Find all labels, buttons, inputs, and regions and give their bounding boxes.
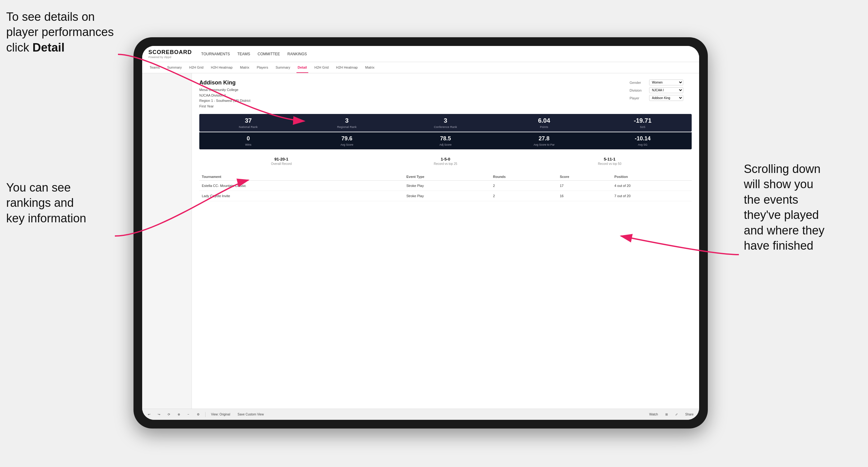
redo-btn[interactable]: ↪ (156, 412, 162, 417)
tab-teams[interactable]: Teams (148, 62, 161, 73)
row2-score: 16 (557, 191, 612, 201)
stat-points: 6.04 Points (495, 114, 593, 132)
tab-h2h-heatmap-2[interactable]: H2H Heatmap (335, 62, 359, 73)
tab-h2h-grid-1[interactable]: H2H Grid (188, 62, 205, 73)
minus-btn[interactable]: − (186, 412, 191, 417)
tab-h2h-grid-2[interactable]: H2H Grid (313, 62, 330, 73)
row1-score: 17 (557, 181, 612, 191)
stat-avg-score-value: 79.6 (301, 135, 394, 142)
tablet-frame: SCOREBOARD Powered by clippd TOURNAMENTS… (133, 37, 708, 429)
stat-sos-value: -19.71 (596, 117, 689, 124)
records-section: 91-20-1 Overall Record 1-5-0 Record vs t… (199, 154, 692, 168)
row1-position: 4 out of 20 (612, 181, 692, 191)
row1-rounds: 2 (491, 181, 557, 191)
tab-summary-1[interactable]: Summary (166, 62, 183, 73)
row2-position: 7 out of 20 (612, 191, 692, 201)
stat-points-label: Points (498, 125, 591, 129)
settings-btn[interactable]: ⚙ (195, 412, 202, 417)
screen-btn[interactable]: ⊞ (663, 412, 670, 417)
division-select[interactable]: NJCAA I NCAA I (649, 87, 683, 93)
stat-avg-sg-label: Avg SG (596, 143, 689, 146)
annotation-top-left-text: To see details onplayer performancesclic… (6, 10, 114, 54)
player-select[interactable]: Addison King (649, 95, 683, 101)
stat-wins-value: 0 (202, 135, 295, 142)
stat-regional-rank-value: 3 (301, 117, 394, 124)
col-score: Score (557, 173, 612, 181)
annotation-bottom-left-text: You can seerankings andkey information (6, 181, 86, 225)
share-btn[interactable]: Share (683, 412, 695, 417)
stat-sos: -19.71 SoS (594, 114, 692, 132)
nav-tournaments[interactable]: TOURNAMENTS (201, 51, 230, 57)
content-panel: Addison King Mesa Community College NJCA… (192, 73, 699, 409)
record-top50: 5-11-1 Record vs top 50 (527, 157, 692, 165)
division-label: Division (629, 89, 647, 92)
player-year: First Year (199, 104, 250, 109)
annotation-right: Scrolling downwill show youthe eventsthe… (744, 161, 862, 253)
stat-sos-label: SoS (596, 125, 689, 129)
stat-avg-score-par-label: Avg Score to Par (498, 143, 591, 146)
stats-grid-row1: 37 National Rank 3 Regional Rank 3 Confe… (199, 114, 692, 132)
stat-points-value: 6.04 (498, 117, 591, 124)
record-top25-value: 1-5-0 (364, 157, 528, 161)
annotation-top-left: To see details onplayer performancesclic… (6, 9, 124, 55)
view-original-btn[interactable]: View: Original (209, 412, 232, 417)
fullscreen-btn[interactable]: ⤢ (673, 412, 680, 417)
stat-conference-rank: 3 Conference Rank (397, 114, 495, 132)
tab-players[interactable]: Players (255, 62, 270, 73)
record-top50-label: Record vs top 50 (527, 162, 692, 165)
stat-avg-score-par-value: 27.8 (498, 135, 591, 142)
tab-matrix-2[interactable]: Matrix (364, 62, 376, 73)
stat-national-rank-label: National Rank (202, 125, 295, 129)
undo-btn[interactable]: ↩ (146, 412, 152, 417)
stat-regional-rank-label: Regional Rank (301, 125, 394, 129)
player-school: Mesa Community College (199, 87, 250, 93)
stat-adj-score-label: Adj Score (399, 143, 492, 146)
gender-select[interactable]: Women Men (649, 80, 683, 85)
col-empty (385, 173, 404, 181)
stat-regional-rank: 3 Regional Rank (298, 114, 396, 132)
nav-committee[interactable]: COMMITTEE (258, 51, 280, 57)
stat-avg-sg: -10.14 Avg SG (594, 132, 692, 149)
col-tournament: Tournament (199, 173, 385, 181)
logo-subtitle: Powered by clippd (148, 56, 192, 59)
record-overall-value: 91-20-1 (199, 157, 364, 161)
player-controls: Gender Women Men Division NJCAA I (629, 80, 692, 109)
player-label: Player (629, 96, 647, 100)
main-nav: TOURNAMENTS TEAMS COMMITTEE RANKINGS (201, 51, 307, 57)
record-top25: 1-5-0 Record vs top 25 (364, 157, 528, 165)
row1-tournament: Estella CC- Mountain Classic (199, 181, 385, 191)
tab-h2h-heatmap-1[interactable]: H2H Heatmap (210, 62, 234, 73)
row1-empty (385, 181, 404, 191)
stat-avg-score-label: Avg Score (301, 143, 394, 146)
stat-conference-rank-value: 3 (399, 117, 492, 124)
sub-nav: Teams Summary H2H Grid H2H Heatmap Matri… (142, 62, 699, 73)
bottom-toolbar: ↩ ↪ ⟳ ⊕ − ⚙ View: Original Save Custom V… (142, 409, 699, 420)
row2-tournament: Lady Coyote Invite (199, 191, 385, 201)
tab-detail[interactable]: Detail (297, 62, 308, 73)
tab-summary-2[interactable]: Summary (274, 62, 291, 73)
tab-matrix-1[interactable]: Matrix (239, 62, 251, 73)
stat-national-rank-value: 37 (202, 117, 295, 124)
refresh-btn[interactable]: ⟳ (166, 412, 172, 417)
zoom-btn[interactable]: ⊕ (176, 412, 182, 417)
watch-btn[interactable]: Watch (647, 412, 660, 417)
nav-rankings[interactable]: RANKINGS (287, 51, 307, 57)
app-content: SCOREBOARD Powered by clippd TOURNAMENTS… (142, 46, 699, 420)
record-overall: 91-20-1 Overall Record (199, 157, 364, 165)
table-row: Estella CC- Mountain Classic Stroke Play… (199, 181, 692, 191)
top-nav: SCOREBOARD Powered by clippd TOURNAMENTS… (142, 46, 699, 62)
row2-event-type: Stroke Play (404, 191, 491, 201)
player-info: Addison King Mesa Community College NJCA… (199, 80, 250, 109)
main-area: Addison King Mesa Community College NJCA… (142, 73, 699, 409)
record-top50-value: 5-11-1 (527, 157, 692, 161)
player-name: Addison King (199, 80, 250, 86)
division-control: Division NJCAA I NCAA I (629, 87, 692, 93)
col-event-type: Event Type (404, 173, 491, 181)
nav-teams[interactable]: TEAMS (237, 51, 250, 57)
save-custom-view-btn[interactable]: Save Custom View (236, 412, 266, 417)
player-division: NJCAA Division 1 (199, 93, 250, 98)
stat-conference-rank-label: Conference Rank (399, 125, 492, 129)
stat-adj-score: 78.5 Adj Score (397, 132, 495, 149)
stat-wins-label: Wins (202, 143, 295, 146)
table-row: Lady Coyote Invite Stroke Play 2 16 7 ou… (199, 191, 692, 201)
